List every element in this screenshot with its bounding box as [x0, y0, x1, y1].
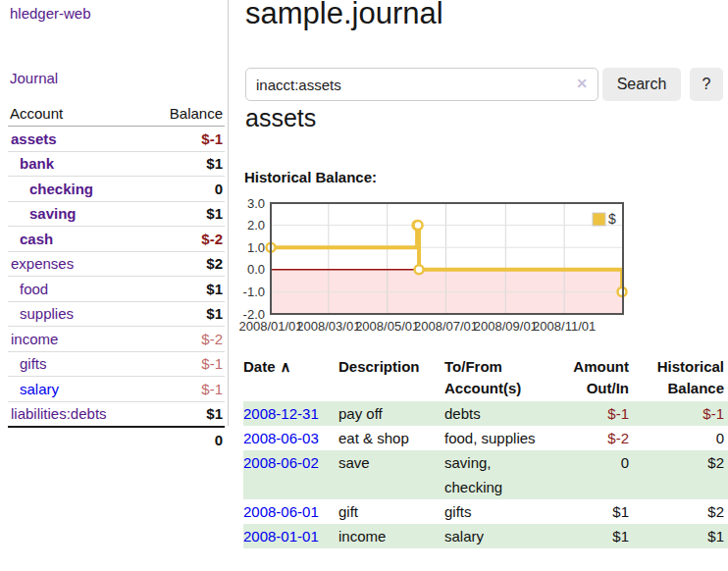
search-form: ✕ Search ? — [245, 68, 728, 101]
account-link-cash[interactable]: cash — [10, 231, 53, 247]
register-row: 2008-01-01 income salary $1 $1 — [243, 524, 728, 548]
balance-cell: $1 — [629, 524, 728, 548]
register-header-amount: Amount Out/In — [562, 356, 629, 400]
description-cell: income — [338, 524, 444, 548]
account-link-saving[interactable]: saving — [10, 205, 77, 222]
account-heading: assets — [245, 104, 316, 132]
register-header-description: Description — [338, 356, 444, 400]
svg-text:2008/03/01: 2008/03/01 — [296, 319, 360, 334]
account-link-checking[interactable]: checking — [10, 181, 93, 197]
account-link-income[interactable]: income — [10, 331, 58, 347]
accounts-table: Account Balance assets $-1 bank $1 check… — [8, 100, 225, 452]
account-link-supplies[interactable]: supplies — [10, 305, 74, 322]
register-table: Date∧ Description To/From Account(s) Amo… — [243, 356, 728, 548]
account-row: bank $1 — [8, 151, 225, 177]
account-link-food[interactable]: food — [10, 281, 48, 297]
account-balance: $1 — [206, 305, 223, 322]
date-link[interactable]: 2008-01-01 — [243, 528, 319, 545]
svg-text:1.0: 1.0 — [247, 240, 265, 255]
description-cell: pay off — [338, 401, 444, 426]
main-content: sample.journal ✕ Search ? assets Histori… — [243, 0, 728, 571]
account-balance: $-2 — [201, 331, 223, 347]
balance-cell: $-1 — [629, 401, 728, 426]
date-link[interactable]: 2008-06-02 — [243, 454, 319, 471]
account-balance: $-1 — [201, 130, 223, 147]
account-link-assets[interactable]: assets — [10, 130, 57, 147]
account-link-gifts[interactable]: gifts — [10, 355, 47, 372]
account-balance: $1 — [206, 405, 223, 422]
nav-journal-link[interactable]: Journal — [10, 70, 58, 86]
account-balance: $-2 — [201, 231, 223, 247]
amount-cell: $-1 — [562, 401, 629, 426]
account-row: gifts $-1 — [8, 351, 225, 377]
account-row: salary $-1 — [8, 376, 225, 401]
account-balance: $2 — [206, 255, 223, 272]
accounts-total-value: 0 — [215, 432, 223, 448]
account-row: cash $-2 — [8, 226, 225, 251]
account-row: supplies $1 — [8, 301, 225, 327]
account-balance: $1 — [206, 281, 223, 297]
account-cell: food, supplies — [444, 426, 562, 450]
app-root: hledger-web Journal Account Balance asse… — [0, 0, 728, 571]
account-link-bank[interactable]: bank — [10, 155, 54, 172]
svg-text:2008/05/01: 2008/05/01 — [355, 319, 419, 334]
account-balance: $1 — [206, 155, 223, 172]
brand-link[interactable]: hledger-web — [10, 5, 91, 22]
account-balance: 0 — [215, 181, 223, 197]
amount-cell: 0 — [562, 450, 629, 499]
account-row: liabilities:debts $1 — [8, 401, 225, 427]
sidebar: hledger-web Journal Account Balance asse… — [0, 0, 229, 571]
account-row: checking 0 — [8, 176, 225, 201]
svg-text:-1.0: -1.0 — [243, 285, 265, 299]
date-link[interactable]: 2008-12-31 — [243, 405, 319, 422]
account-link-expenses[interactable]: expenses — [10, 255, 74, 272]
date-link[interactable]: 2008-06-01 — [243, 503, 319, 520]
accounts-header-balance: Balance — [170, 105, 223, 122]
account-cell: debts — [444, 401, 562, 426]
account-link-liabilities-debts[interactable]: liabilities:debts — [10, 405, 107, 422]
search-input[interactable] — [245, 68, 598, 101]
account-row: assets $-1 — [8, 127, 225, 151]
register-row: 2008-06-02 save saving, checking 0 $2 — [243, 450, 728, 499]
amount-cell: $1 — [562, 499, 629, 524]
description-cell: save — [338, 450, 444, 499]
search-button[interactable]: Search — [602, 68, 681, 101]
sidebar-divider — [228, 0, 229, 426]
register-header-row: Date∧ Description To/From Account(s) Amo… — [243, 356, 728, 400]
accounts-header-account: Account — [10, 105, 63, 122]
register-header-balance: Historical Balance — [629, 356, 728, 400]
svg-text:2008/09/01: 2008/09/01 — [474, 319, 538, 334]
date-link[interactable]: 2008-06-03 — [243, 430, 319, 446]
clear-search-icon[interactable]: ✕ — [576, 76, 588, 91]
page-title: sample.journal — [245, 0, 443, 31]
register-row: 2008-12-31 pay off debts $-1 $-1 — [243, 401, 728, 426]
register-row: 2008-06-01 gift gifts $1 $2 — [243, 499, 728, 524]
account-balance: $-1 — [201, 355, 223, 372]
account-cell: salary — [444, 524, 562, 548]
balance-cell: $2 — [629, 499, 728, 524]
svg-text:2008/01/01: 2008/01/01 — [238, 319, 302, 334]
balance-cell: 0 — [629, 426, 728, 450]
svg-text:2008/11/01: 2008/11/01 — [533, 319, 596, 334]
svg-text:3.0: 3.0 — [247, 196, 265, 211]
search-input-wrap: ✕ — [245, 68, 598, 101]
account-row: food $1 — [8, 276, 225, 301]
account-row: expenses $2 — [8, 251, 225, 277]
amount-cell: $-2 — [562, 426, 629, 450]
svg-text:2.0: 2.0 — [247, 218, 265, 233]
account-link-salary[interactable]: salary — [10, 381, 59, 397]
accounts-table-header: Account Balance — [8, 100, 225, 127]
balance-cell: $2 — [629, 450, 728, 499]
svg-text:2008/07/01: 2008/07/01 — [414, 319, 478, 334]
account-cell: gifts — [444, 499, 562, 524]
svg-text:$: $ — [608, 211, 616, 227]
register-header-account: To/From Account(s) — [444, 356, 562, 400]
description-cell: eat & shop — [338, 426, 444, 450]
help-button[interactable]: ? — [690, 68, 723, 101]
historical-balance-chart: $3.02.01.00.0-1.0-2.02008/01/012008/03/0… — [243, 196, 728, 338]
sort-asc-icon: ∧ — [281, 358, 291, 375]
account-cell: saving, checking — [444, 450, 562, 499]
account-balance: $-1 — [201, 381, 223, 397]
chart-title: Historical Balance: — [244, 169, 377, 185]
register-header-date[interactable]: Date∧ — [243, 356, 338, 400]
